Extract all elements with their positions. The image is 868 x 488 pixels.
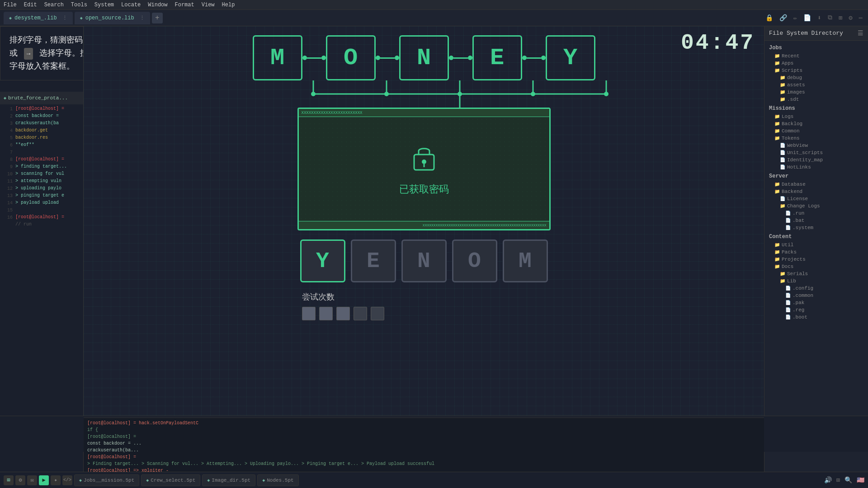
tree-item-bat[interactable]: 📄.bat — [764, 217, 868, 224]
menu-edit[interactable]: Edit — [24, 2, 37, 8]
tree-item-boot[interactable]: 📄.boot — [764, 314, 868, 321]
answer-tile-m[interactable]: M — [253, 35, 302, 80]
attempt-sq-3 — [336, 307, 350, 320]
answer-tile-o[interactable]: O — [326, 35, 376, 80]
choice-tile-e[interactable]: E — [351, 239, 396, 282]
tree-item-serials[interactable]: 📁Serials — [764, 270, 868, 277]
tree-item-images[interactable]: 📁images — [764, 89, 868, 96]
toolbar-more-icon[interactable]: ⋯ — [857, 13, 864, 23]
code-lines: 1 [root@localhost] = 2 const backdoor = … — [0, 104, 83, 231]
menu-search[interactable]: Search — [44, 2, 64, 8]
taskbar-script-0[interactable]: ◈ Jobs__mission.5pt — [74, 474, 139, 486]
tab-options-1[interactable]: ⋮ — [140, 15, 145, 21]
tree-item-tokens[interactable]: 📁Tokens — [764, 135, 868, 142]
taskbar-layout-icon[interactable]: ⊞ — [836, 476, 840, 484]
tree-item-reg[interactable]: 📄.reg — [764, 306, 868, 314]
tree-item-license[interactable]: 📄License — [764, 195, 868, 202]
tree-item-unit-scripts[interactable]: 📄Unit_scripts — [764, 149, 868, 156]
taskbar-search-icon[interactable]: 🔍 — [844, 476, 852, 484]
tree-item-config[interactable]: 📄.config — [764, 285, 868, 292]
console-line-1: if { — [87, 427, 760, 433]
taskbar-play-button[interactable]: ▶ — [39, 475, 49, 485]
toolbar-grid-icon[interactable]: ⊞ — [837, 13, 844, 23]
folder-icon: 📁 — [780, 271, 785, 277]
menu-format[interactable]: Format — [175, 2, 194, 8]
menu-tools[interactable]: Tools — [71, 2, 87, 8]
answer-tile-y[interactable]: Y — [546, 35, 595, 80]
menu-help[interactable]: Help — [222, 2, 235, 8]
tree-item-scripts[interactable]: 📁Scripts — [764, 67, 868, 74]
tree-item-lib[interactable]: 📁Lib — [764, 277, 868, 285]
toolbar-lock-icon[interactable]: 🔒 — [764, 13, 775, 23]
taskbar-plus-button[interactable]: ✦ — [51, 475, 61, 485]
tab-opensource[interactable]: ◈ open_source.lib ⋮ — [75, 12, 150, 24]
tree-item-packs[interactable]: 📁Packs — [764, 249, 868, 256]
folder-icon: 📁 — [774, 249, 780, 255]
taskbar-mail-button[interactable]: ✉ — [27, 475, 37, 485]
choice-tile-o[interactable]: O — [452, 239, 497, 282]
tree-item-run[interactable]: 📄.run — [764, 210, 868, 217]
code-line-13: 13 > pinging target e — [0, 193, 83, 200]
tree-item-debug[interactable]: 📁debug — [764, 74, 868, 81]
folder-icon: 📁 — [774, 242, 780, 248]
right-panel-menu-icon[interactable]: ☰ — [858, 29, 863, 37]
tree-item-system[interactable]: 📄.system — [764, 224, 868, 231]
tree-item-recent[interactable]: 📁Recent — [764, 52, 868, 60]
taskbar-volume-icon[interactable]: 🔊 — [824, 476, 832, 484]
toolbar-copy-icon[interactable]: ⧉ — [826, 13, 834, 23]
tree-item-logs[interactable]: 📁Logs — [764, 113, 868, 120]
menu-window[interactable]: Window — [148, 2, 167, 8]
tab-bar: ◈ desystem_.lib ⋮ ◈ open_source.lib ⋮ + … — [0, 10, 868, 26]
toolbar-file-icon[interactable]: 📄 — [802, 13, 813, 23]
taskbar-settings-button[interactable]: ⚙ — [15, 475, 25, 485]
tree-item-projects[interactable]: 📁Projects — [764, 256, 868, 263]
toolbar-download-icon[interactable]: ⬇ — [816, 13, 823, 23]
tree-item-webview[interactable]: 📄WebView — [764, 142, 868, 149]
choice-tile-y[interactable]: Y — [300, 239, 345, 282]
toolbar-link-icon[interactable]: 🔗 — [778, 13, 789, 23]
taskbar-flag-icon[interactable]: 🇺🇸 — [857, 476, 864, 484]
menu-locate[interactable]: Locate — [121, 2, 141, 8]
tree-item-hotlinks[interactable]: 📄HotLinks — [764, 164, 868, 171]
taskbar-script-3[interactable]: ◈ Nodes.5pt — [257, 474, 298, 486]
tree-item-database[interactable]: 📁Database — [764, 181, 868, 188]
tree-item-identity-map[interactable]: 📄Identity_map — [764, 156, 868, 164]
file-tree: Jobs 📁Recent 📁Apps 📁Scripts 📁debug 📁asse… — [764, 41, 868, 324]
console-line-6: > Finding target... > Scanning for vul..… — [87, 460, 760, 467]
code-line-6: 6 **eof** — [0, 142, 83, 150]
terminal-header-text: XXXXXXXXXXXXXXXXXXXXXXXXX — [302, 111, 363, 115]
answer-tile-n[interactable]: N — [399, 35, 449, 80]
choice-tile-m[interactable]: M — [503, 239, 548, 282]
console-line-2: [root@localhost] = — [87, 433, 760, 440]
tree-item-docs[interactable]: 📁Docs — [764, 263, 868, 270]
tree-item-util[interactable]: 📁Util — [764, 241, 868, 249]
file-icon: 📄 — [785, 218, 791, 223]
terminal-footer: XXXXXXXXXXXXXXXXXXXXXXXXXXXXXXXXXXXXXXXX… — [299, 221, 549, 229]
tab-desystem[interactable]: ◈ desystem_.lib ⋮ — [4, 12, 73, 24]
menu-system[interactable]: System — [94, 2, 114, 8]
toolbar-settings-icon[interactable]: ⚙ — [847, 13, 854, 23]
menu-view[interactable]: View — [202, 2, 215, 8]
tab-options-0[interactable]: ⋮ — [62, 15, 67, 21]
tree-item-pak[interactable]: 📄.pak — [764, 299, 868, 306]
taskbar-script-1[interactable]: ◈ Crew_select.5pt — [141, 474, 200, 486]
tree-item-sdt[interactable]: 📁.sdt — [764, 96, 868, 103]
tree-item-assets[interactable]: 📁assets — [764, 81, 868, 89]
taskbar-script-2[interactable]: ◈ Image_dir.5pt — [202, 474, 255, 486]
tree-item-backlog[interactable]: 📁Backlog — [764, 120, 868, 127]
taskbar: ⊞ ⚙ ✉ ▶ ✦ </> ◈ Jobs__mission.5pt ◈ Crew… — [0, 472, 868, 488]
choice-tile-n[interactable]: N — [401, 239, 447, 282]
tree-item-changelogs[interactable]: 📁Change Logs — [764, 202, 868, 210]
toolbar-edit-icon[interactable]: ✏ — [792, 13, 799, 23]
tree-item-apps[interactable]: 📁Apps — [764, 60, 868, 67]
tree-item-common2[interactable]: 📄.common — [764, 292, 868, 299]
tab-add-button[interactable]: + — [152, 13, 163, 23]
tree-item-common[interactable]: 📁Common — [764, 127, 868, 135]
tab-icon-0: ◈ — [9, 15, 12, 21]
folder-icon: 📁 — [774, 114, 780, 119]
menu-file[interactable]: File — [4, 2, 17, 8]
tree-item-backend[interactable]: 📁Backend — [764, 188, 868, 195]
answer-tile-e[interactable]: E — [472, 35, 522, 80]
taskbar-start-button[interactable]: ⊞ — [4, 475, 14, 485]
taskbar-code-button[interactable]: </> — [62, 475, 72, 485]
